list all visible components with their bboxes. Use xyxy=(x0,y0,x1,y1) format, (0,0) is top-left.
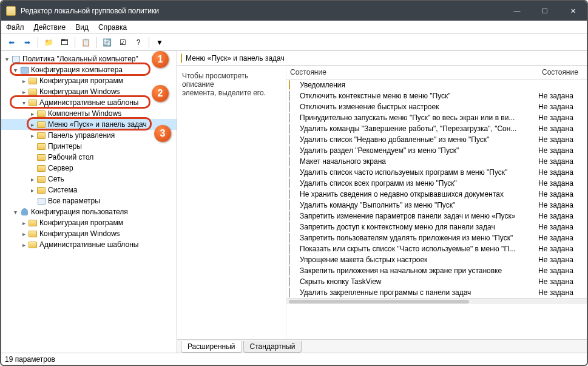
item-state: Не задана xyxy=(538,223,587,231)
tree-item[interactable]: ▸Конфигурация Windows xyxy=(1,86,177,97)
hint-text: элемента, выделите его. xyxy=(182,89,281,97)
item-name: Отключить изменение быстрых настроек xyxy=(300,103,538,111)
list-item[interactable]: Упрощение макета быстрых настроекНе зада… xyxy=(286,254,587,265)
setting-icon xyxy=(289,201,299,209)
tab-extended[interactable]: Расширенный xyxy=(181,341,242,353)
item-name: Скрыть кнопку TaskView xyxy=(300,277,538,286)
tree-pane: ▾ Политика "Локальный компьютер" ▾ Конфи… xyxy=(1,51,177,353)
tree-item[interactable]: ▸Панель управления xyxy=(1,130,177,141)
tree-item[interactable]: Рабочий стол xyxy=(1,152,177,163)
tree-item[interactable]: Все параметры xyxy=(1,195,177,206)
item-state: Не задана xyxy=(538,124,587,133)
list-item[interactable]: Запретить изменение параметров панели за… xyxy=(286,211,587,222)
back-button[interactable]: ⬅ xyxy=(5,36,18,49)
tree-item[interactable]: ▸Система xyxy=(1,185,177,195)
item-state: Не задана xyxy=(538,92,587,100)
menu-help[interactable]: Справка xyxy=(98,23,127,32)
tree-item[interactable]: ▸Компоненты Windows xyxy=(1,108,177,119)
setting-icon xyxy=(289,135,299,144)
item-state: Не задана xyxy=(538,245,587,253)
item-state: Не задана xyxy=(538,256,587,264)
filter-button[interactable]: ▼ xyxy=(153,36,166,49)
list-item[interactable]: Удалить список "Недавно добавленные" из … xyxy=(286,134,587,145)
list-item[interactable]: Не хранить сведения о недавно открывавши… xyxy=(286,189,587,200)
list-item[interactable]: Отключить изменение быстрых настроекНе з… xyxy=(286,101,587,112)
callout-2: 2 xyxy=(152,85,169,102)
tree-root-label: Политика "Локальный компьютер" xyxy=(22,55,138,63)
column-state[interactable]: Состояние xyxy=(538,66,587,79)
tree-label: Конфигурация программ xyxy=(39,76,123,85)
tree-root[interactable]: ▾ Политика "Локальный компьютер" xyxy=(1,53,177,64)
tree-label: Сеть xyxy=(48,175,64,183)
item-name: Показать или скрыть список "Часто исполь… xyxy=(300,245,538,253)
menu-file[interactable]: Файл xyxy=(6,23,24,32)
help-button[interactable]: ? xyxy=(132,36,145,49)
tree-item[interactable]: ▸Сеть xyxy=(1,174,177,185)
show-hide-tree-button[interactable]: 🗔 xyxy=(58,36,71,49)
list-item[interactable]: Удалить раздел "Рекомендуем" из меню "Пу… xyxy=(286,145,587,156)
setting-icon xyxy=(289,288,299,297)
refresh-button[interactable]: 🔄 xyxy=(100,36,113,49)
tree-user-config[interactable]: ▾Конфигурация пользователя xyxy=(1,206,177,217)
close-button[interactable]: ✕ xyxy=(559,1,587,21)
column-state[interactable]: Состояние xyxy=(286,66,538,79)
tab-standard[interactable]: Стандартный xyxy=(243,341,302,353)
export-button[interactable]: 📋 xyxy=(79,36,92,49)
list-pane[interactable]: Состояние Состояние УведомленияОтключить… xyxy=(286,66,587,339)
tree-label: Меню «Пуск» и панель задач xyxy=(48,120,147,129)
content-header: Меню «Пуск» и панель задач xyxy=(177,51,587,66)
tree-item[interactable]: Сервер xyxy=(1,163,177,174)
item-name: Запретить изменение параметров панели за… xyxy=(300,212,538,220)
item-name: Запретить пользователям удалять приложен… xyxy=(300,234,538,242)
setting-icon xyxy=(289,212,299,220)
menu-action[interactable]: Действие xyxy=(34,23,66,32)
horizontal-scrollbar[interactable] xyxy=(286,298,587,304)
item-name: Удалить список всех программ из меню "Пу… xyxy=(300,179,538,188)
list-item[interactable]: Удалить список часто используемых програ… xyxy=(286,167,587,178)
list-item[interactable]: Отключить контекстные меню в меню "Пуск"… xyxy=(286,90,587,101)
setting-icon xyxy=(289,146,299,155)
list-item[interactable]: Показать или скрыть список "Часто исполь… xyxy=(286,243,587,254)
list-item[interactable]: Принудительно запускать меню "Пуск" во в… xyxy=(286,112,587,123)
menu-view[interactable]: Вид xyxy=(75,23,89,32)
content-title: Меню «Пуск» и панель задач xyxy=(186,54,285,63)
hint-text: Чтобы просмотреть описание xyxy=(182,72,281,89)
item-name: Запретить доступ к контекстному меню для… xyxy=(300,223,538,231)
tree-item[interactable]: ▸Административные шаблоны xyxy=(1,239,177,250)
list-item[interactable]: Удалить команды "Завершение работы", "Пе… xyxy=(286,123,587,134)
list-item[interactable]: Скрыть кнопку TaskViewНе задана xyxy=(286,276,587,287)
list-item[interactable]: Закрепить приложения на начальном экране… xyxy=(286,265,587,276)
list-item[interactable]: Уведомления xyxy=(286,80,587,90)
tree-label: Конфигурация Windows xyxy=(39,87,120,96)
tree-item[interactable]: Принтеры xyxy=(1,141,177,152)
tree-item[interactable]: ▸Конфигурация программ xyxy=(1,75,177,86)
tree-label: Конфигурация программ xyxy=(39,219,123,227)
list-item[interactable]: Запретить пользователям удалять приложен… xyxy=(286,232,587,243)
forward-button[interactable]: ➡ xyxy=(21,36,34,49)
setting-icon xyxy=(289,223,299,231)
status-text: 19 параметров xyxy=(5,355,55,364)
list-item[interactable]: Макет начального экранаНе задана xyxy=(286,156,587,167)
list-item[interactable]: Удалить команду "Выполнить" из меню "Пус… xyxy=(286,200,587,211)
list-item[interactable]: Запретить доступ к контекстному меню для… xyxy=(286,222,587,232)
tree-computer-config[interactable]: ▾ Конфигурация компьютера xyxy=(1,64,177,75)
item-state: Не задана xyxy=(538,234,587,242)
tree-item[interactable]: ▸Конфигурация Windows xyxy=(1,228,177,239)
item-state: Не задана xyxy=(538,190,587,198)
item-name: Удалить закрепленные программы с панели … xyxy=(300,288,538,297)
setting-icon xyxy=(289,266,299,275)
tree-label: Конфигурация Windows xyxy=(39,229,120,238)
tree-label: Административные шаблоны xyxy=(39,98,138,107)
list-item[interactable]: Удалить список всех программ из меню "Пу… xyxy=(286,178,587,189)
tree-label: Панель управления xyxy=(48,131,115,140)
maximize-button[interactable]: ☐ xyxy=(531,1,559,21)
tree-start-taskbar[interactable]: ▸Меню «Пуск» и панель задач xyxy=(1,119,177,130)
list-item[interactable]: Удалить закрепленные программы с панели … xyxy=(286,287,587,298)
up-button[interactable]: 📁 xyxy=(42,36,55,49)
properties-button[interactable]: ☑ xyxy=(116,36,129,49)
setting-icon xyxy=(289,190,299,198)
minimize-button[interactable]: — xyxy=(503,1,531,21)
tree-admin-templates[interactable]: ▾Административные шаблоны xyxy=(1,97,177,108)
setting-icon xyxy=(289,179,299,188)
tree-item[interactable]: ▸Конфигурация программ xyxy=(1,217,177,228)
